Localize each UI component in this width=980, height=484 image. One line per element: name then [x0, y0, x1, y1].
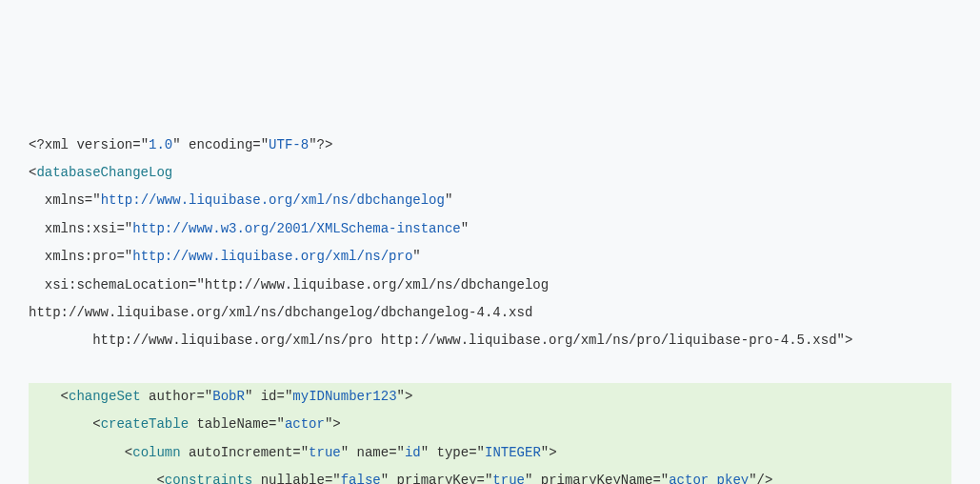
code-line: [29, 355, 951, 383]
code-line: http://www.liquibase.org/xml/ns/pro http…: [29, 327, 951, 354]
code-line: <constraints nullable="false" primaryKey…: [29, 467, 951, 484]
code-block: <?xml version="1.0" encoding="UTF-8"?><d…: [29, 131, 951, 484]
code-line: xmlns:pro="http://www.liquibase.org/xml/…: [29, 243, 951, 271]
code-line: xmlns="http://www.liquibase.org/xml/ns/d…: [29, 187, 951, 214]
code-line: xmlns:xsi="http://www.w3.org/2001/XMLSch…: [29, 215, 951, 243]
code-line: xsi:schemaLocation="http://www.liquibase…: [29, 272, 951, 299]
code-line: <changeSet author="BobR" id="myIDNumber1…: [29, 383, 951, 411]
code-line: http://www.liquibase.org/xml/ns/dbchange…: [29, 299, 951, 327]
code-line: <databaseChangeLog: [29, 159, 951, 187]
code-line: <column autoIncrement="true" name="id" t…: [29, 439, 951, 467]
code-line: <createTable tableName="actor">: [29, 411, 951, 438]
code-line: <?xml version="1.0" encoding="UTF-8"?>: [29, 131, 951, 159]
